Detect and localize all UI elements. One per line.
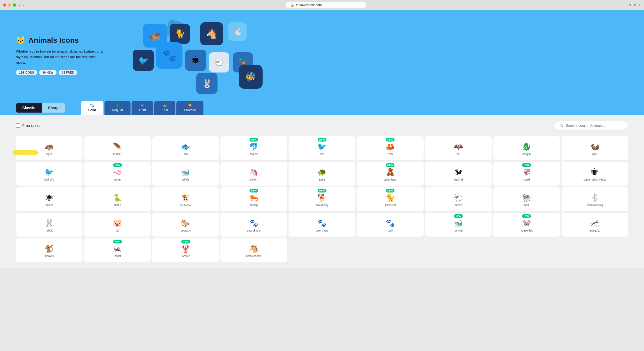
address-bar[interactable]: 🔒 fontawesome.com [286,2,366,8]
hero-icon-rabbit: 🐇 [228,22,247,41]
spider-label: spider [46,204,53,207]
maximize-button[interactable] [13,3,16,7]
icon-cell-feather[interactable]: 🪶 feather [84,136,151,160]
icon-cell-mouse-field[interactable]: NEW 🐭 mouse-field [493,213,560,237]
icon-cell-crab[interactable]: NEW 🦀 crab [357,136,424,160]
icon-cell-hippo[interactable]: 🦛 hippo [16,136,82,160]
badge-free: 25 FREE [59,70,77,75]
shield-cat-new-badge: NEW [386,189,395,192]
squirrel-label: squirrel [454,178,463,181]
tab-light[interactable]: 🐦 Light [132,101,153,115]
icon-cell-spider-black-widow[interactable]: 🕷 spider-black-widow [562,162,628,186]
icon-cell-monkey[interactable]: 🐒 monkey [16,238,82,262]
tab-solid[interactable]: 🐾 Solid [81,101,103,115]
monkey-glyph: 🐒 [45,244,54,253]
tab-classic[interactable]: Classic [16,103,42,113]
icon-cell-squirrel[interactable]: 🐿 squirrel [425,162,492,186]
icon-cell-narwhal[interactable]: NEW 🐋 narwhal [425,213,492,237]
icon-cell-dolphin[interactable]: NEW 🐬 dolphin [220,136,287,160]
search-input[interactable] [566,123,623,127]
icon-cell-shield-dog[interactable]: NEW 🐕 shield-dog [289,187,355,211]
icon-cell-bird[interactable]: NEW 🐦 bird [289,136,355,160]
icon-cell-mosquito[interactable]: 🦟 mosquito [562,213,628,237]
free-icons-checkbox[interactable] [16,123,20,128]
icon-cell-squid[interactable]: NEW 🦑 squid [493,162,560,186]
icon-cell-teddy-bear[interactable]: NEW 🧸 teddy-bear [357,162,424,186]
icon-cell-paw-claws[interactable]: 🐾 paw-claws [289,213,355,237]
icon-cell-sheep[interactable]: 🐑 sheep [425,187,492,211]
spider-glyph: 🕷 [46,193,53,202]
icon-cell-fish[interactable]: 🐟 fish [152,136,219,160]
tab-regular[interactable]: 🦎 Regular [105,101,130,115]
squirrel-glyph: 🐿 [455,168,462,177]
minimize-button[interactable] [8,3,11,7]
share-button[interactable]: ⬆ [633,3,637,7]
address-bar-container: 🔒 fontawesome.com [27,2,625,8]
search-icon: 🔍 [559,123,564,127]
mouse-field-glyph: 🐭 [522,219,531,228]
paw-claws-glyph: 🐾 [317,219,327,228]
icon-cell-bat[interactable]: 🦇 bat [425,136,492,160]
icon-cell-snake[interactable]: 🐍 snake [84,187,151,211]
hero-title: 🐱 Animals Icons [16,36,106,45]
search-bar[interactable]: 🔍 [554,121,628,130]
close-button[interactable] [3,3,6,7]
icon-cell-pegasus[interactable]: 🐎 pegasus [152,213,219,237]
icon-cell-rabbit[interactable]: 🐰 rabbit [16,213,82,237]
weight-tabs: 🐾 Solid 🦎 Regular 🐦 Light 🐢 Thin 🦁 Duoto… [81,101,203,115]
shield-dog-new-badge: NEW [317,189,326,192]
thin-icon: 🐢 [163,103,167,107]
hero-text: 🐱 Animals Icons Whether you're looking f… [16,36,106,75]
paw-simple-label: paw-simple [247,229,261,232]
new-tab-button[interactable]: + [639,3,641,7]
unicorn-label: unicorn [249,178,258,181]
free-icons-filter[interactable]: Free icons [16,123,40,128]
squid-new-badge: NEW [522,163,531,167]
icon-cell-horse-saddle[interactable]: 🐴 horse-saddle [220,238,287,262]
icon-cell-paw[interactable]: 🐾 paw [357,213,424,237]
teddy-bear-label: teddy-bear [384,178,397,181]
dragon-glyph: 🐉 [522,142,531,151]
horse-saddle-glyph: 🐴 [249,244,258,253]
icon-cell-paw-simple[interactable]: 🐾 paw-simple [220,213,287,237]
rabbit-label: rabbit [46,229,53,232]
fish-label: fish [184,153,188,156]
icon-cell-unicorn[interactable]: 🦄 unicorn [220,162,287,186]
solid-label: Solid [88,108,96,112]
icon-cell-rabbit-running[interactable]: 🐇 rabbit-running [562,187,628,211]
badge-total: 124 ICONS [16,70,37,75]
back-button[interactable]: ‹ [19,3,20,7]
icon-cell-skull-cow[interactable]: 🐮 skull-cow [152,187,219,211]
icon-cell-locust[interactable]: NEW 🦗 locust [84,238,151,262]
icon-cell-lobster[interactable]: NEW 🦞 lobster [152,238,219,262]
monkey-label: monkey [45,255,54,258]
light-icon: 🐦 [140,103,145,107]
icon-cell-spider[interactable]: 🕷 spider [16,187,82,211]
tab-thin[interactable]: 🐢 Thin [154,101,175,115]
hero-section: 🐱 Animals Icons Whether you're looking f… [0,10,644,101]
pegasus-label: pegasus [181,229,191,232]
reload-button[interactable]: ↻ [628,3,631,7]
icon-cell-pig[interactable]: 🐷 pig [84,213,151,237]
arrow-head [34,149,39,156]
icon-cell-turtle[interactable]: 🐢 turtle [289,162,355,186]
icon-cell-whale[interactable]: 🐋 whale [152,162,219,186]
fish-glyph: 🐟 [181,142,190,151]
shield-cat-glyph: 🐈 [386,193,395,202]
icon-cell-worm[interactable]: NEW 🪱 worm [84,162,151,186]
icon-cell-kiwi-bird[interactable]: 🐦 kiwi-bird [16,162,82,186]
page-title: Animals Icons [28,36,79,45]
icon-cell-dragon[interactable]: 🐉 dragon [493,136,560,160]
rabbit-running-label: rabbit-running [587,204,603,207]
arrow-body [13,150,34,155]
forward-button[interactable]: › [23,3,24,7]
lobster-new-badge: NEW [181,240,190,243]
icon-cell-shield-cat[interactable]: NEW 🐈 shield-cat [357,187,424,211]
icon-cell-otter[interactable]: 🦦 otter [562,136,628,160]
tab-duotone[interactable]: 🦁 Duotone [176,101,203,115]
shield-dog-glyph: 🐕 [317,193,327,202]
paw-glyph: 🐾 [386,219,395,228]
icon-cell-shrimp[interactable]: NEW 🦐 shrimp [220,187,287,211]
icon-cell-ram[interactable]: 🐏 ram [493,187,560,211]
tab-sharp[interactable]: Sharp [42,103,65,113]
